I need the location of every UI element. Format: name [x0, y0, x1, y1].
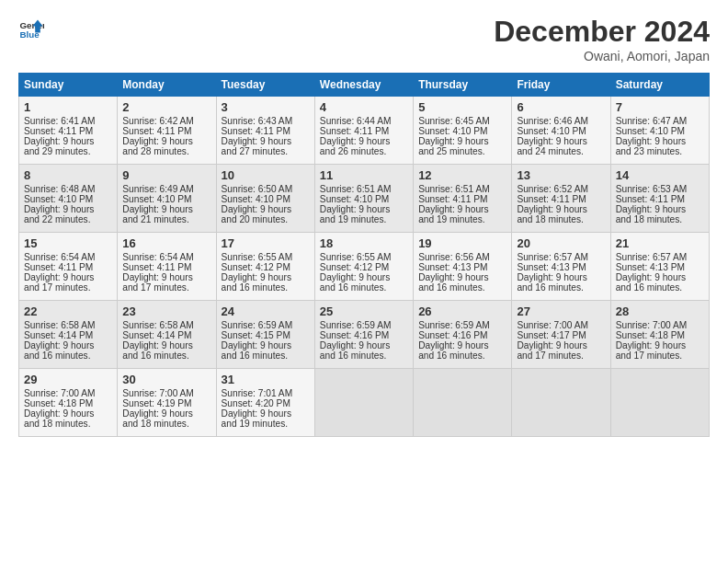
day-info: Sunset: 4:10 PM: [517, 126, 605, 136]
day-info: and 29 minutes.: [24, 146, 112, 156]
day-info: Sunset: 4:20 PM: [222, 398, 310, 408]
day-info: Daylight: 9 hours: [517, 136, 605, 146]
day-number: 3: [222, 100, 310, 114]
day-info: Daylight: 9 hours: [418, 136, 506, 146]
day-info: Sunset: 4:11 PM: [320, 126, 408, 136]
day-number: 1: [24, 100, 112, 114]
day-info: Sunset: 4:11 PM: [517, 194, 605, 204]
day-info: Sunset: 4:11 PM: [222, 126, 310, 136]
day-info: Sunrise: 6:58 AM: [24, 320, 112, 330]
day-number: 10: [222, 168, 310, 182]
day-info: and 17 minutes.: [122, 282, 210, 293]
day-number: 16: [122, 236, 210, 250]
day-info: and 18 minutes.: [517, 214, 605, 224]
day-cell: 2Sunrise: 6:42 AMSunset: 4:11 PMDaylight…: [118, 97, 216, 165]
week-row-1: 1Sunrise: 6:41 AMSunset: 4:11 PMDaylight…: [19, 97, 710, 165]
col-header-friday: Friday: [512, 74, 610, 97]
day-info: Sunrise: 6:42 AM: [122, 116, 210, 126]
day-info: Sunrise: 6:54 AM: [122, 252, 210, 262]
day-info: and 16 minutes.: [24, 350, 112, 361]
day-cell: 13Sunrise: 6:52 AMSunset: 4:11 PMDayligh…: [512, 165, 610, 233]
col-header-wednesday: Wednesday: [314, 74, 413, 97]
day-cell: [512, 369, 610, 437]
day-info: Sunrise: 6:58 AM: [122, 320, 210, 330]
day-info: Sunrise: 6:55 AM: [320, 252, 408, 262]
day-info: Sunset: 4:12 PM: [222, 262, 310, 272]
day-number: 2: [122, 100, 210, 114]
day-info: Sunrise: 6:56 AM: [418, 252, 506, 262]
day-info: Daylight: 9 hours: [320, 272, 408, 282]
day-info: and 18 minutes.: [24, 419, 112, 429]
day-number: 30: [122, 373, 210, 386]
week-row-5: 29Sunrise: 7:00 AMSunset: 4:18 PMDayligh…: [19, 369, 710, 437]
day-info: and 16 minutes.: [517, 282, 605, 293]
day-cell: 15Sunrise: 6:54 AMSunset: 4:11 PMDayligh…: [19, 233, 118, 301]
day-number: 5: [418, 100, 506, 114]
day-number: 26: [418, 304, 506, 318]
day-info: and 22 minutes.: [24, 214, 112, 224]
day-info: Sunrise: 6:49 AM: [122, 184, 210, 194]
day-number: 21: [616, 236, 704, 250]
day-number: 4: [320, 100, 408, 114]
day-cell: 12Sunrise: 6:51 AMSunset: 4:11 PMDayligh…: [414, 165, 512, 233]
header: General Blue December 2024 Owani, Aomori…: [18, 15, 710, 63]
day-info: and 23 minutes.: [616, 146, 704, 156]
day-info: Sunrise: 7:00 AM: [517, 320, 605, 330]
day-info: Daylight: 9 hours: [122, 204, 210, 214]
day-info: Sunset: 4:12 PM: [320, 262, 408, 272]
day-info: Sunset: 4:13 PM: [616, 262, 704, 272]
day-cell: 7Sunrise: 6:47 AMSunset: 4:10 PMDaylight…: [610, 97, 709, 165]
day-info: Sunrise: 7:00 AM: [24, 388, 112, 398]
page: General Blue December 2024 Owani, Aomori…: [0, 0, 728, 563]
day-info: Sunrise: 7:00 AM: [616, 320, 704, 330]
day-info: and 17 minutes.: [24, 282, 112, 293]
day-info: Sunrise: 6:50 AM: [222, 184, 310, 194]
day-info: Daylight: 9 hours: [122, 136, 210, 146]
col-header-tuesday: Tuesday: [216, 74, 314, 97]
day-info: Daylight: 9 hours: [24, 340, 112, 350]
day-info: Sunset: 4:16 PM: [418, 330, 506, 340]
col-header-monday: Monday: [118, 74, 216, 97]
day-info: Sunrise: 6:54 AM: [24, 252, 112, 262]
day-info: Sunrise: 7:00 AM: [122, 388, 210, 398]
day-cell: 10Sunrise: 6:50 AMSunset: 4:10 PMDayligh…: [216, 165, 314, 233]
day-number: 25: [320, 304, 408, 318]
day-info: Sunrise: 6:47 AM: [616, 116, 704, 126]
day-info: Sunrise: 6:41 AM: [24, 116, 112, 126]
day-info: Sunset: 4:16 PM: [320, 330, 408, 340]
day-cell: 30Sunrise: 7:00 AMSunset: 4:19 PMDayligh…: [118, 369, 216, 437]
day-cell: 6Sunrise: 6:46 AMSunset: 4:10 PMDaylight…: [512, 97, 610, 165]
day-info: Sunset: 4:11 PM: [24, 262, 112, 272]
day-info: Sunset: 4:15 PM: [222, 330, 310, 340]
day-info: and 16 minutes.: [320, 282, 408, 293]
day-info: Sunrise: 6:45 AM: [418, 116, 506, 126]
day-info: Daylight: 9 hours: [222, 408, 310, 419]
day-cell: 5Sunrise: 6:45 AMSunset: 4:10 PMDaylight…: [414, 97, 512, 165]
day-cell: 1Sunrise: 6:41 AMSunset: 4:11 PMDaylight…: [19, 97, 118, 165]
day-info: Daylight: 9 hours: [122, 272, 210, 282]
day-info: Daylight: 9 hours: [616, 136, 704, 146]
day-info: and 24 minutes.: [517, 146, 605, 156]
day-number: 11: [320, 168, 408, 182]
day-info: Sunset: 4:11 PM: [122, 126, 210, 136]
calendar-table: SundayMondayTuesdayWednesdayThursdayFrid…: [18, 73, 710, 437]
day-number: 6: [517, 100, 605, 114]
day-cell: 31Sunrise: 7:01 AMSunset: 4:20 PMDayligh…: [216, 369, 314, 437]
day-info: Sunrise: 6:46 AM: [517, 116, 605, 126]
day-info: Sunrise: 6:59 AM: [418, 320, 506, 330]
day-info: and 20 minutes.: [222, 214, 310, 224]
day-number: 17: [222, 236, 310, 250]
day-cell: 28Sunrise: 7:00 AMSunset: 4:18 PMDayligh…: [610, 301, 709, 369]
day-info: Sunset: 4:18 PM: [616, 330, 704, 340]
day-info: Sunset: 4:10 PM: [122, 194, 210, 204]
day-number: 31: [222, 373, 310, 386]
day-number: 13: [517, 168, 605, 182]
day-number: 24: [222, 304, 310, 318]
day-info: Sunset: 4:17 PM: [517, 330, 605, 340]
day-number: 28: [616, 304, 704, 318]
day-info: Daylight: 9 hours: [320, 136, 408, 146]
day-cell: 16Sunrise: 6:54 AMSunset: 4:11 PMDayligh…: [118, 233, 216, 301]
day-info: Sunrise: 6:59 AM: [222, 320, 310, 330]
day-info: and 21 minutes.: [122, 214, 210, 224]
day-info: Sunrise: 6:44 AM: [320, 116, 408, 126]
